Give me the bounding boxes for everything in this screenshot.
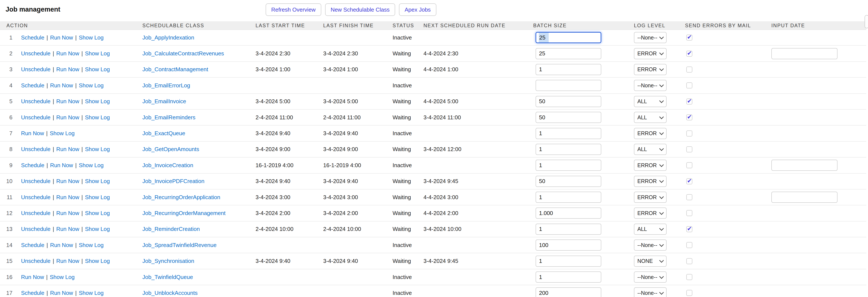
schedulable-class-link[interactable]: Job_InvoicePDFCreation xyxy=(143,178,205,185)
action-link-schedule[interactable]: Schedule xyxy=(21,82,44,89)
log-level-select[interactable]: ERROR xyxy=(634,176,666,187)
action-link-show-log[interactable]: Show Log xyxy=(85,178,110,185)
batch-size-input[interactable] xyxy=(535,64,601,75)
log-level-select[interactable]: --None-- xyxy=(634,32,666,43)
scrollbar-thumb[interactable] xyxy=(865,15,868,28)
action-link-run-now[interactable]: Run Now xyxy=(56,98,79,105)
action-link-unschedule[interactable]: Unschedule xyxy=(21,194,51,201)
new-schedulable-class-button[interactable]: New Schedulable Class xyxy=(325,3,395,16)
log-level-select[interactable]: ERROR xyxy=(634,207,666,219)
batch-size-input[interactable] xyxy=(535,176,601,187)
send-errors-by-mail-checkbox[interactable]: ✔ xyxy=(686,35,692,40)
batch-size-input[interactable] xyxy=(535,160,601,171)
input-date-field[interactable] xyxy=(771,192,838,203)
schedulable-class-link[interactable]: Job_ExactQueue xyxy=(143,130,185,137)
action-link-run-now[interactable]: Run Now xyxy=(56,210,79,217)
action-link-schedule[interactable]: Schedule xyxy=(21,290,44,296)
action-link-show-log[interactable]: Show Log xyxy=(85,50,110,57)
action-link-show-log[interactable]: Show Log xyxy=(79,82,104,89)
log-level-select[interactable]: ERROR xyxy=(634,48,666,59)
schedulable-class-link[interactable]: Job_RecurringOrderManagement xyxy=(143,210,225,217)
action-link-run-now[interactable]: Run Now xyxy=(56,114,79,121)
action-link-run-now[interactable]: Run Now xyxy=(56,226,79,232)
action-link-schedule[interactable]: Schedule xyxy=(21,162,44,169)
log-level-select[interactable]: ERROR xyxy=(634,128,666,139)
send-errors-by-mail-checkbox[interactable]: ✔ xyxy=(686,242,692,248)
action-link-unschedule[interactable]: Unschedule xyxy=(21,114,51,121)
send-errors-by-mail-checkbox[interactable]: ✔ xyxy=(686,114,692,121)
action-link-unschedule[interactable]: Unschedule xyxy=(21,50,51,57)
action-link-schedule[interactable]: Schedule xyxy=(21,242,44,249)
action-link-show-log[interactable]: Show Log xyxy=(85,114,110,121)
log-level-select[interactable]: ERROR xyxy=(634,192,666,203)
log-level-select[interactable]: ALL xyxy=(634,144,666,155)
action-link-run-now[interactable]: Run Now xyxy=(21,274,44,280)
action-link-run-now[interactable]: Run Now xyxy=(56,146,79,153)
batch-size-input[interactable] xyxy=(535,239,601,251)
action-link-run-now[interactable]: Run Now xyxy=(56,50,79,57)
batch-size-input[interactable] xyxy=(535,287,601,297)
action-link-unschedule[interactable]: Unschedule xyxy=(21,258,51,264)
action-link-unschedule[interactable]: Unschedule xyxy=(21,66,51,73)
send-errors-by-mail-checkbox[interactable]: ✔ xyxy=(686,82,692,89)
log-level-select[interactable]: ERROR xyxy=(634,160,666,171)
input-date-field[interactable] xyxy=(771,160,838,171)
refresh-overview-button[interactable]: Refresh Overview xyxy=(266,3,321,16)
schedulable-class-link[interactable]: Job_ContractManagement xyxy=(143,66,208,73)
schedulable-class-link[interactable]: Job_Synchronisation xyxy=(143,258,194,264)
action-link-show-log[interactable]: Show Log xyxy=(50,274,75,280)
batch-size-input[interactable] xyxy=(535,112,601,123)
batch-size-input[interactable] xyxy=(535,144,601,155)
action-link-show-log[interactable]: Show Log xyxy=(79,242,104,249)
log-level-select[interactable]: ALL xyxy=(634,96,666,107)
action-link-unschedule[interactable]: Unschedule xyxy=(21,146,51,153)
schedulable-class-link[interactable]: Job_UnblockAccounts xyxy=(143,290,197,296)
schedulable-class-link[interactable]: Job_ReminderCreation xyxy=(143,226,200,232)
batch-size-input[interactable] xyxy=(535,224,601,235)
scrollbar-track[interactable] xyxy=(866,0,868,297)
action-link-run-now[interactable]: Run Now xyxy=(21,130,44,137)
action-link-run-now[interactable]: Run Now xyxy=(56,194,79,201)
action-link-unschedule[interactable]: Unschedule xyxy=(21,178,51,185)
batch-size-input[interactable] xyxy=(535,207,601,219)
action-link-unschedule[interactable]: Unschedule xyxy=(21,98,51,105)
log-level-select[interactable]: --None-- xyxy=(634,287,666,297)
action-link-show-log[interactable]: Show Log xyxy=(85,210,110,217)
send-errors-by-mail-checkbox[interactable]: ✔ xyxy=(686,67,692,72)
schedulable-class-link[interactable]: Job_ApplyIndexation xyxy=(143,34,194,41)
batch-size-input[interactable] xyxy=(535,256,601,267)
send-errors-by-mail-checkbox[interactable]: ✔ xyxy=(686,194,692,200)
log-level-select[interactable]: --None-- xyxy=(634,80,666,91)
action-link-show-log[interactable]: Show Log xyxy=(79,162,104,169)
action-link-run-now[interactable]: Run Now xyxy=(50,162,73,169)
schedulable-class-link[interactable]: Job_SpreadTwinfieldRevenue xyxy=(143,242,216,249)
batch-size-input[interactable] xyxy=(535,128,601,139)
action-link-run-now[interactable]: Run Now xyxy=(50,34,73,41)
action-link-show-log[interactable]: Show Log xyxy=(85,194,110,201)
send-errors-by-mail-checkbox[interactable]: ✔ xyxy=(686,210,692,216)
batch-size-input[interactable] xyxy=(535,80,601,91)
send-errors-by-mail-checkbox[interactable]: ✔ xyxy=(686,226,692,232)
send-errors-by-mail-checkbox[interactable]: ✔ xyxy=(686,258,692,264)
action-link-run-now[interactable]: Run Now xyxy=(50,290,73,296)
input-date-field[interactable] xyxy=(771,48,838,59)
log-level-select[interactable]: ALL xyxy=(634,224,666,235)
send-errors-by-mail-checkbox[interactable]: ✔ xyxy=(686,51,692,57)
send-errors-by-mail-checkbox[interactable]: ✔ xyxy=(686,290,692,296)
action-link-schedule[interactable]: Schedule xyxy=(21,34,44,41)
log-level-select[interactable]: ERROR xyxy=(634,64,666,75)
log-level-select[interactable]: NONE xyxy=(634,256,666,267)
batch-size-input[interactable] xyxy=(535,271,601,283)
action-link-show-log[interactable]: Show Log xyxy=(85,226,110,232)
send-errors-by-mail-checkbox[interactable]: ✔ xyxy=(686,146,692,152)
action-link-run-now[interactable]: Run Now xyxy=(50,242,73,249)
action-link-show-log[interactable]: Show Log xyxy=(85,146,110,153)
apex-jobs-button[interactable]: Apex Jobs xyxy=(399,3,436,16)
schedulable-class-link[interactable]: Job_EmailReminders xyxy=(143,114,195,121)
send-errors-by-mail-checkbox[interactable]: ✔ xyxy=(686,99,692,104)
action-link-show-log[interactable]: Show Log xyxy=(79,34,104,41)
action-link-unschedule[interactable]: Unschedule xyxy=(21,210,51,217)
action-link-show-log[interactable]: Show Log xyxy=(85,258,110,264)
schedulable-class-link[interactable]: Job_GetOpenAmounts xyxy=(143,146,199,153)
schedulable-class-link[interactable]: Job_RecurringOrderApplication xyxy=(143,194,220,201)
